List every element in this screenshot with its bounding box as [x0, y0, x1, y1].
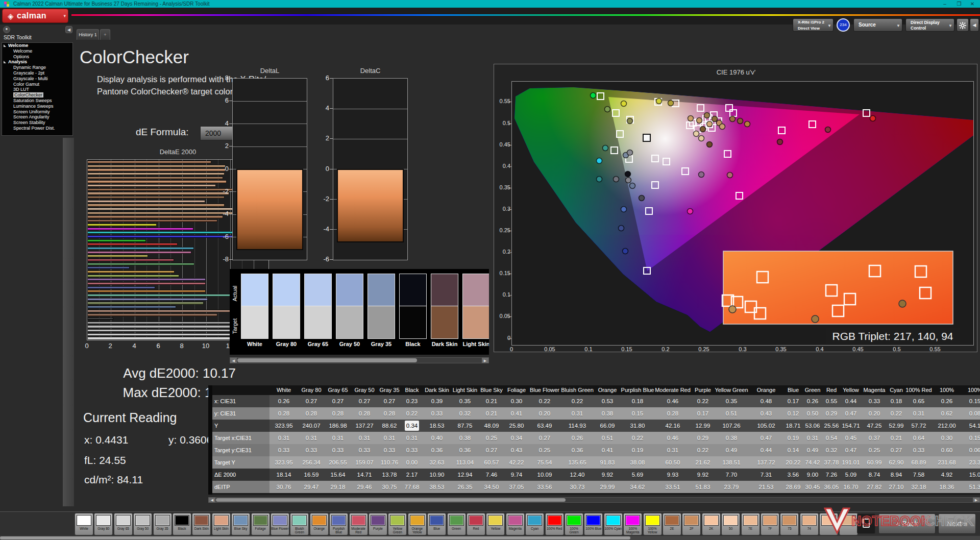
- table-cell[interactable]: 323.95: [270, 420, 298, 432]
- table-cell[interactable]: 7.58: [905, 469, 932, 481]
- table-cell[interactable]: 4.92: [932, 469, 962, 481]
- table-cell[interactable]: 7.26: [823, 469, 840, 481]
- table-cell[interactable]: 154.71: [840, 420, 862, 432]
- pattern-window-button[interactable]: [857, 513, 875, 534]
- table-cell[interactable]: 9.92: [594, 469, 621, 481]
- highlighted-cell[interactable]: 0.34: [405, 421, 419, 431]
- table-cell[interactable]: 0.27: [298, 395, 325, 407]
- table-cell[interactable]: 28.69: [784, 481, 802, 493]
- sidebar-item-saturation-sweeps[interactable]: Saturation Sweeps: [2, 98, 72, 104]
- palette-patch-100-cyan[interactable]: 100% Cyan: [604, 513, 623, 535]
- table-cell[interactable]: 0.27: [351, 395, 378, 407]
- palette-patch-gray-65[interactable]: Gray 65: [114, 513, 133, 535]
- table-cell[interactable]: 32.18: [905, 481, 932, 493]
- table-cell[interactable]: 0.19: [621, 444, 654, 456]
- table-cell[interactable]: 240.07: [298, 420, 325, 432]
- table-cell[interactable]: 0.28: [298, 407, 325, 420]
- table-cell[interactable]: 42.22: [504, 456, 529, 469]
- table-cell[interactable]: 0.35: [715, 395, 748, 407]
- table-cell[interactable]: 231.68: [932, 456, 962, 469]
- table-cell[interactable]: 27.82: [862, 481, 887, 493]
- table-scroll-thumb[interactable]: [216, 498, 566, 502]
- actual-swatch-7[interactable]: [462, 274, 489, 306]
- table-cell[interactable]: 0.34: [504, 432, 529, 444]
- table-cell[interactable]: 9.93: [654, 469, 691, 481]
- table-cell[interactable]: 0.21: [887, 432, 905, 444]
- table-cell[interactable]: 0.47: [840, 407, 862, 420]
- table-cell[interactable]: 0.45: [840, 432, 862, 444]
- table-cell[interactable]: 7.46: [479, 469, 504, 481]
- target-swatch-2[interactable]: [304, 306, 332, 339]
- table-cell[interactable]: 0.41: [504, 407, 529, 420]
- table-cell[interactable]: 7.70: [715, 469, 748, 481]
- table-cell[interactable]: 0.31: [270, 432, 298, 444]
- table-cell[interactable]: 8.74: [862, 469, 887, 481]
- palette-patch-39[interactable]: [839, 513, 858, 535]
- palette-patch-75[interactable]: 75: [780, 513, 799, 535]
- table-cell[interactable]: 323.95: [270, 456, 298, 469]
- table-cell[interactable]: 0.25: [529, 444, 560, 456]
- table-cell[interactable]: 91.83: [594, 456, 621, 469]
- table-cell[interactable]: 0.30: [504, 395, 529, 407]
- table-cell[interactable]: 25.56: [823, 420, 840, 432]
- table-cell[interactable]: 0.51: [594, 432, 621, 444]
- table-cell[interactable]: 66.09: [594, 420, 621, 432]
- palette-patch-7f[interactable]: 7F: [761, 513, 779, 535]
- maximize-icon[interactable]: ❐: [953, 0, 965, 8]
- table-cell[interactable]: 8.94: [887, 469, 905, 481]
- palette-patch-gray-80[interactable]: Gray 80: [94, 513, 113, 535]
- table-cell[interactable]: 0.27: [325, 395, 351, 407]
- table-cell[interactable]: 0.39: [423, 395, 451, 407]
- actual-swatch-6[interactable]: [431, 274, 458, 306]
- display-control-dropdown[interactable]: Direct Display Control ▼: [905, 18, 954, 32]
- table-cell[interactable]: 18.71: [784, 420, 802, 432]
- table-cell[interactable]: 60.50: [654, 456, 691, 469]
- table-cell[interactable]: 0.22: [887, 407, 905, 420]
- table-cell[interactable]: 0.37: [862, 432, 887, 444]
- table-cell[interactable]: 21.62: [691, 456, 715, 469]
- table-cell[interactable]: 12.94: [451, 469, 479, 481]
- table-cell[interactable]: 23.3: [962, 456, 980, 469]
- table-cell[interactable]: 87.75: [451, 420, 479, 432]
- table-cell[interactable]: 0.33: [325, 444, 351, 456]
- sidebar-item-colorchecker[interactable]: ColorChecker: [2, 92, 72, 98]
- table-cell[interactable]: 0.35: [451, 395, 479, 407]
- table-cell[interactable]: 0.33: [862, 395, 887, 407]
- table-cell[interactable]: 29.99: [594, 481, 621, 493]
- table-cell[interactable]: 105.02: [748, 420, 784, 432]
- table-cell[interactable]: 159.07: [351, 456, 378, 469]
- sidebar-section-welcome[interactable]: Welcome: [2, 43, 72, 48]
- table-cell[interactable]: 191.01: [840, 456, 862, 469]
- scroll-right-icon[interactable]: ▶: [482, 358, 488, 363]
- table-cell[interactable]: 30.75: [378, 481, 401, 493]
- table-cell[interactable]: 0.25: [479, 432, 504, 444]
- target-swatch-3[interactable]: [336, 306, 363, 339]
- table-cell[interactable]: 107.26: [715, 420, 748, 432]
- table-cell[interactable]: 10.09: [529, 469, 560, 481]
- palette-patch-foliage[interactable]: Foliage: [251, 513, 270, 535]
- table-cell[interactable]: 0.33: [401, 444, 423, 456]
- palette-patch-38[interactable]: [819, 513, 838, 535]
- table-cell[interactable]: 0.33: [351, 444, 378, 456]
- palette-patch-blue[interactable]: Blue: [427, 513, 446, 535]
- table-cell[interactable]: 60.57: [479, 456, 504, 469]
- table-cell[interactable]: 110.76: [378, 456, 401, 469]
- table-cell[interactable]: 0.32: [823, 444, 840, 456]
- table-cell[interactable]: 0.20: [529, 407, 560, 420]
- table-cell[interactable]: 29.46: [351, 481, 378, 493]
- sidebar-item-grayscale-multi[interactable]: Grayscale - Multi: [2, 76, 72, 82]
- table-cell[interactable]: 0.28: [325, 407, 351, 420]
- table-cell[interactable]: 30.45: [802, 481, 823, 493]
- palette-patch-100-magenta[interactable]: 100% Magenta: [623, 513, 642, 535]
- palette-patch-magenta[interactable]: Magenta: [506, 513, 525, 535]
- table-cell[interactable]: 47.25: [862, 420, 887, 432]
- table-cell[interactable]: 12.99: [691, 420, 715, 432]
- table-cell[interactable]: 137.72: [748, 456, 784, 469]
- table-cell[interactable]: 0.43: [748, 407, 784, 420]
- calman-menu-button[interactable]: ◈ calman ▾: [2, 9, 68, 23]
- table-cell[interactable]: 0.53: [594, 395, 621, 407]
- target-swatch-4[interactable]: [368, 306, 395, 339]
- palette-patch-bluish-green[interactable]: Bluish Green: [290, 513, 309, 535]
- table-cell[interactable]: 0.29: [823, 407, 840, 420]
- table-cell[interactable]: 0.26: [802, 395, 823, 407]
